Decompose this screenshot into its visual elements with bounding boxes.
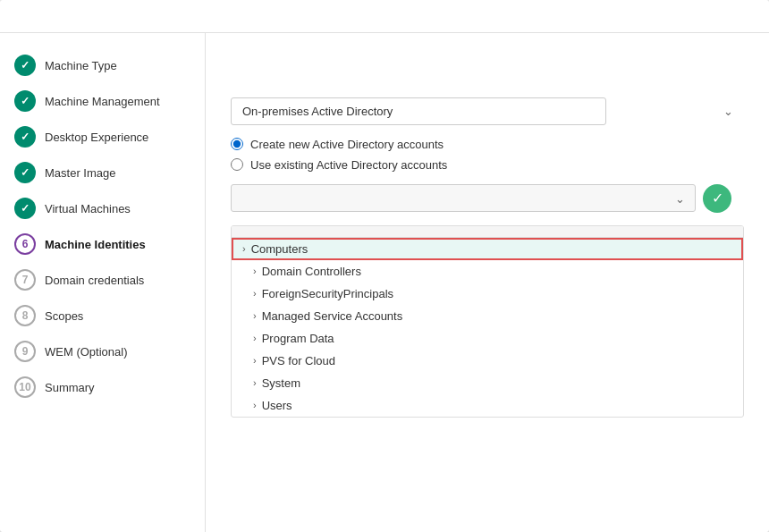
chevron-right-icon: ›	[253, 310, 257, 321]
tree-item-foreign-security[interactable]: ›ForeignSecurityPrincipals	[232, 283, 743, 305]
sidebar: ✓Machine Type✓Machine Management✓Desktop…	[0, 33, 206, 532]
sidebar-label-scopes: Scopes	[45, 309, 83, 323]
tree-item-label-pvs-cloud: PVS for Cloud	[262, 354, 335, 367]
sidebar-item-scopes[interactable]: 8Scopes	[0, 298, 205, 334]
location-row: ⌄ ✓	[231, 184, 744, 213]
step-indicator-machine-management: ✓	[14, 90, 36, 112]
tree-item-label-system: System	[262, 376, 300, 390]
tree-item-pvs-cloud[interactable]: ›PVS for Cloud	[232, 350, 743, 372]
sidebar-item-wem[interactable]: 9WEM (Optional)	[0, 334, 205, 369]
chevron-right-icon: ›	[242, 243, 246, 254]
location-select-wrapper: ⌄	[231, 184, 696, 212]
tree-item-label-computers: Computers	[251, 242, 308, 256]
sidebar-item-desktop-experience[interactable]: ✓Desktop Experience	[0, 119, 205, 155]
dialog-body: ✓Machine Type✓Machine Management✓Desktop…	[0, 33, 769, 532]
step-indicator-desktop-experience: ✓	[14, 126, 36, 148]
tree-item-label-users: Users	[262, 399, 292, 412]
close-button[interactable]	[737, 14, 748, 18]
step-indicator-domain-credentials: 7	[14, 269, 36, 291]
main-content: On-premises Active Directory ⌄ Create ne…	[206, 33, 769, 532]
radio-create-new[interactable]	[231, 138, 243, 150]
tree-item-label-managed-service: Managed Service Accounts	[262, 309, 403, 323]
chevron-right-icon: ›	[253, 333, 257, 343]
tree-item-label-domain-controllers: Domain Controllers	[262, 265, 361, 278]
sidebar-item-machine-identities[interactable]: 6Machine Identities	[0, 226, 205, 262]
sidebar-label-summary: Summary	[45, 381, 95, 394]
tree-item-label-program-data: Program Data	[262, 332, 334, 345]
step-indicator-machine-identities: 6	[14, 233, 36, 255]
sidebar-item-domain-credentials[interactable]: 7Domain credentials	[0, 262, 205, 298]
tree-item-domain-controllers[interactable]: ›Domain Controllers	[232, 260, 743, 283]
tree-item-program-data[interactable]: ›Program Data	[232, 327, 743, 350]
identity-type-select-wrapper: On-premises Active Directory ⌄	[231, 97, 744, 125]
sidebar-item-master-image[interactable]: ✓Master Image	[0, 155, 205, 190]
sidebar-label-domain-credentials: Domain credentials	[45, 274, 144, 287]
radio-label-create-new: Create new Active Directory accounts	[250, 138, 444, 151]
step-indicator-summary: 10	[14, 376, 36, 398]
confirm-button[interactable]: ✓	[703, 184, 731, 213]
step-indicator-scopes: 8	[14, 305, 36, 326]
sidebar-label-wem: WEM (Optional)	[45, 345, 127, 359]
ou-tree: ›Computers›Domain Controllers›ForeignSec…	[231, 225, 744, 418]
radio-item-create-new[interactable]: Create new Active Directory accounts	[231, 138, 744, 151]
tree-item-managed-service[interactable]: ›Managed Service Accounts	[232, 305, 743, 327]
location-select[interactable]	[231, 184, 696, 212]
step-indicator-master-image: ✓	[14, 162, 36, 183]
radio-group: Create new Active Directory accountsUse …	[231, 138, 744, 172]
step-indicator-machine-type: ✓	[14, 55, 36, 76]
step-indicator-wem: 9	[14, 341, 36, 362]
tree-item-computers[interactable]: ›Computers	[232, 238, 743, 260]
description	[231, 65, 744, 83]
identity-type-select[interactable]: On-premises Active Directory	[231, 97, 606, 125]
chevron-right-icon: ›	[253, 377, 257, 388]
sidebar-item-machine-type[interactable]: ✓Machine Type	[0, 47, 205, 83]
tree-item-users[interactable]: ›Users	[232, 394, 743, 417]
tree-item-system[interactable]: ›System	[232, 372, 743, 394]
sidebar-label-desktop-experience: Desktop Experience	[45, 131, 148, 144]
sidebar-item-machine-management[interactable]: ✓Machine Management	[0, 83, 205, 119]
sidebar-label-virtual-machines: Virtual Machines	[45, 202, 131, 215]
sidebar-label-master-image: Master Image	[45, 166, 115, 180]
sidebar-label-machine-identities: Machine Identities	[45, 238, 146, 251]
chevron-right-icon: ›	[253, 266, 257, 276]
step-indicator-virtual-machines: ✓	[14, 198, 36, 219]
tree-item-label-foreign-security: ForeignSecurityPrincipals	[262, 287, 393, 300]
machine-catalog-setup-dialog: ✓Machine Type✓Machine Management✓Desktop…	[0, 0, 769, 532]
sidebar-item-summary[interactable]: 10Summary	[0, 369, 205, 405]
confirm-check-icon: ✓	[712, 190, 723, 207]
sidebar-label-machine-management: Machine Management	[45, 95, 160, 108]
chevron-right-icon: ›	[253, 288, 257, 299]
chevron-right-icon: ›	[253, 355, 257, 366]
tree-header	[232, 226, 743, 238]
radio-label-use-existing: Use existing Active Directory accounts	[250, 158, 447, 172]
chevron-right-icon: ›	[253, 400, 257, 410]
radio-item-use-existing[interactable]: Use existing Active Directory accounts	[231, 158, 744, 172]
radio-use-existing[interactable]	[231, 158, 243, 171]
sidebar-item-virtual-machines[interactable]: ✓Virtual Machines	[0, 190, 205, 226]
dialog-header	[0, 0, 769, 33]
sidebar-label-machine-type: Machine Type	[45, 59, 117, 72]
identity-type-chevron-icon: ⌄	[723, 105, 733, 118]
